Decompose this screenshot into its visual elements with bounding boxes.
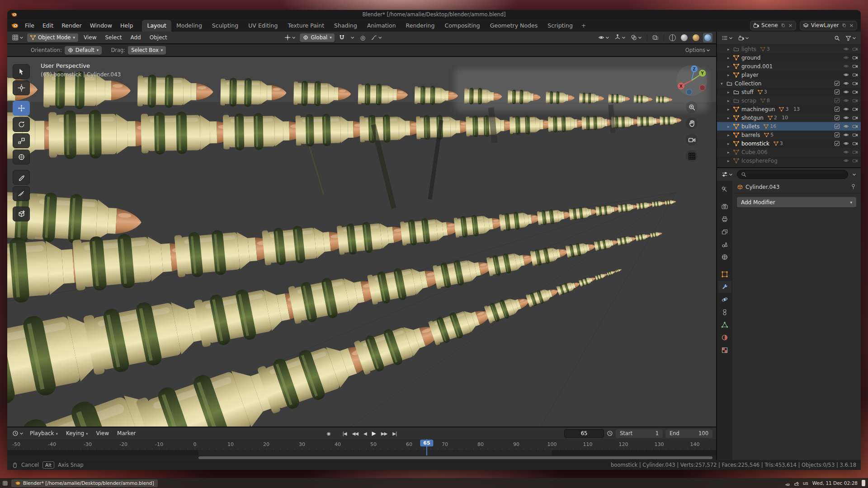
checkbox-icon[interactable] xyxy=(834,132,840,138)
tool-add-cube[interactable] xyxy=(13,206,30,221)
camera-visibility-icon[interactable] xyxy=(852,158,858,164)
menu-view[interactable]: View xyxy=(80,33,99,42)
taskbar-window-button[interactable]: Blender* [/home/amalie/Desktop/blender/a… xyxy=(11,479,158,487)
checkbox-icon[interactable] xyxy=(834,80,840,86)
tool-scale[interactable] xyxy=(13,133,30,148)
menu-render[interactable]: Render xyxy=(58,21,85,30)
snap-settings-button[interactable] xyxy=(349,35,356,41)
new-scene-icon[interactable] xyxy=(780,23,786,28)
options-button[interactable]: Options xyxy=(684,46,712,54)
tab-compositing[interactable]: Compositing xyxy=(439,20,485,32)
tab-scripting[interactable]: Scripting xyxy=(542,20,578,32)
outliner-item-cube006[interactable]: ▸Cube.006 xyxy=(717,148,861,156)
tab-physics[interactable] xyxy=(718,294,731,305)
outliner-item-ground[interactable]: ▸ground xyxy=(717,53,861,62)
properties-search-input[interactable] xyxy=(749,172,844,177)
outliner-item-boomstick[interactable]: ▸boomstick3 xyxy=(717,139,861,148)
camera-view-icon[interactable] xyxy=(686,134,698,145)
tab-world[interactable] xyxy=(718,251,731,263)
outliner-item-ground001[interactable]: ▸ground.001 xyxy=(717,62,861,70)
camera-visibility-icon[interactable] xyxy=(852,63,858,69)
playhead-frame-badge[interactable]: 65 xyxy=(420,440,433,446)
menu-edit[interactable]: Edit xyxy=(39,21,57,30)
jump-to-end-button[interactable]: ▶| xyxy=(390,430,399,437)
camera-visibility-icon[interactable] xyxy=(852,46,858,52)
menu-file[interactable]: File xyxy=(21,21,38,30)
menu-object[interactable]: Object xyxy=(146,33,170,42)
window-titlebar[interactable]: Blender* [/home/amalie/Desktop/blender/a… xyxy=(7,10,861,19)
tab-scene[interactable] xyxy=(718,239,731,250)
tool-rotate[interactable] xyxy=(13,117,30,132)
xray-toggle[interactable] xyxy=(651,33,660,42)
shading-rendered-button[interactable] xyxy=(703,33,712,42)
eye-icon[interactable] xyxy=(843,55,849,61)
tool-measure[interactable] xyxy=(13,186,30,201)
tab-shading[interactable]: Shading xyxy=(329,20,362,32)
axis-navigation-gizmo[interactable]: Z Y X xyxy=(675,64,708,97)
checkbox-icon[interactable] xyxy=(834,123,840,129)
editor-type-button[interactable] xyxy=(11,33,25,42)
eye-icon[interactable] xyxy=(843,89,849,95)
checkbox-icon[interactable] xyxy=(834,115,840,121)
timeline-track-area[interactable]: -50 -40 -30 -20 -10 0 10 20 30 40 50 60 xyxy=(7,439,716,455)
tool-move[interactable] xyxy=(13,101,30,116)
outliner-editor-type-button[interactable] xyxy=(720,34,734,42)
camera-visibility-icon[interactable] xyxy=(852,132,858,138)
proportional-edit-toggle[interactable]: ◎ xyxy=(359,33,367,42)
eye-icon[interactable] xyxy=(843,80,849,86)
breadcrumb-object-name[interactable]: Cylinder.043 xyxy=(745,184,779,190)
snap-toggle[interactable] xyxy=(338,33,347,42)
add-modifier-dropdown[interactable]: Add Modifier ▾ xyxy=(737,197,856,207)
volume-icon[interactable] xyxy=(794,481,799,486)
eye-icon[interactable] xyxy=(843,149,849,155)
outliner-search-button[interactable] xyxy=(833,34,841,42)
viewport-3d[interactable]: User Perspective (65) boomstick | Cylind… xyxy=(7,57,716,427)
menu-tl-view[interactable]: View xyxy=(93,429,112,437)
ortho-grid-icon[interactable] xyxy=(686,150,698,162)
play-button[interactable]: ▶ xyxy=(370,429,378,437)
checkbox-icon[interactable] xyxy=(834,89,840,95)
camera-visibility-icon[interactable] xyxy=(852,80,858,86)
orientation-dropdown[interactable]: Global ▾ xyxy=(300,33,335,42)
tab-layout[interactable]: Layout xyxy=(142,20,171,32)
outliner-item-icospherefog[interactable]: ▸IcosphereFog xyxy=(717,156,861,165)
timeline-scrollbar[interactable] xyxy=(7,455,716,460)
tool-transform[interactable] xyxy=(13,150,30,164)
camera-visibility-icon[interactable] xyxy=(852,89,858,95)
unlink-scene-icon[interactable]: × xyxy=(788,23,793,28)
tab-object[interactable] xyxy=(718,268,731,280)
menu-add[interactable]: Add xyxy=(127,33,144,42)
outliner-item-lights[interactable]: ▸lights3 xyxy=(717,45,861,53)
play-reverse-button[interactable]: ◀ xyxy=(361,430,369,437)
drag-dropdown[interactable]: Select Box ▾ xyxy=(128,46,166,55)
tab-geometry-nodes[interactable]: Geometry Nodes xyxy=(485,20,542,32)
shading-solid-button[interactable] xyxy=(679,33,689,42)
start-frame-field[interactable]: Start 1 xyxy=(616,429,663,438)
eye-icon[interactable] xyxy=(843,63,849,69)
tab-output[interactable] xyxy=(718,213,731,225)
eye-icon[interactable] xyxy=(843,72,849,78)
add-workspace-button[interactable]: + xyxy=(578,20,590,32)
camera-visibility-icon[interactable] xyxy=(852,72,858,78)
tab-texture-paint[interactable]: Texture Paint xyxy=(283,20,329,32)
next-keyframe-button[interactable]: ▶▶ xyxy=(379,430,389,437)
camera-visibility-icon[interactable] xyxy=(852,55,858,61)
properties-search[interactable] xyxy=(737,170,848,179)
tab-sculpting[interactable]: Sculpting xyxy=(207,20,243,32)
use-preview-range-icon[interactable] xyxy=(607,430,613,436)
tab-constraints[interactable] xyxy=(718,306,731,318)
pin-icon[interactable] xyxy=(850,183,856,189)
tab-uv-editing[interactable]: UV Editing xyxy=(243,20,283,32)
tab-view-layer[interactable] xyxy=(718,226,731,238)
checkbox-icon[interactable] xyxy=(834,141,840,146)
tool-select-box[interactable] xyxy=(13,64,30,79)
tab-texture[interactable] xyxy=(718,344,731,356)
blender-menu-icon[interactable] xyxy=(11,22,19,29)
taskbar-clock[interactable]: Wed, 11 Dec 02:28 xyxy=(812,480,858,486)
tab-object-data[interactable] xyxy=(718,319,731,331)
timeline-scrollbar-thumb[interactable] xyxy=(198,456,712,459)
shading-wireframe-button[interactable] xyxy=(668,33,677,42)
checkbox-icon[interactable] xyxy=(834,98,840,103)
camera-visibility-icon[interactable] xyxy=(852,141,858,146)
menu-help[interactable]: Help xyxy=(117,21,137,30)
